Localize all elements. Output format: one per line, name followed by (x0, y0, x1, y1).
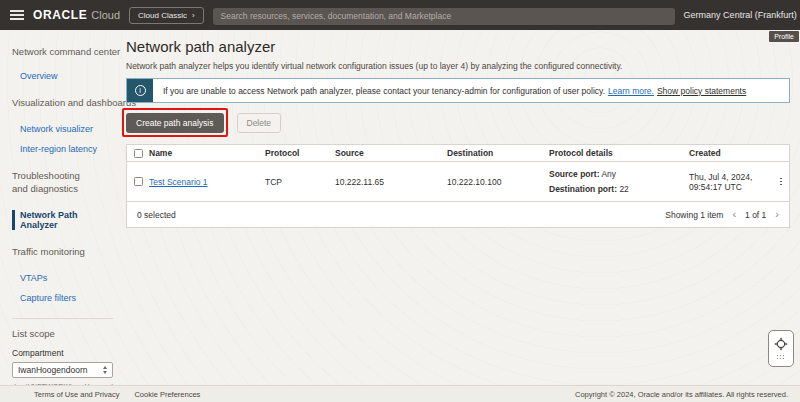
sidebar-item-inter-region-latency[interactable]: Inter-region latency (20, 144, 113, 154)
row-actions-menu-icon[interactable] (778, 176, 784, 188)
drag-handle-dots-icon[interactable] (777, 355, 786, 361)
info-banner-strip: i (127, 79, 153, 102)
page-footer: Terms of Use and Privacy Cookie Preferen… (0, 385, 800, 402)
search-input[interactable] (213, 8, 675, 25)
table-row: Test Scenario 1 TCP 10.222.11.65 10.222.… (127, 162, 789, 202)
main-content: Network path analyzer Network path analy… (126, 38, 790, 228)
path-analysis-table: Name Protocol Source Destination Protoco… (126, 144, 790, 228)
brand-cloud: Cloud (91, 9, 120, 21)
sidebar-item-capture-filters[interactable]: Capture filters (20, 293, 113, 303)
row-source: 10.222.11.65 (335, 177, 447, 187)
region-label: Germany Central (Frankfurt) (684, 10, 797, 20)
hamburger-menu-icon[interactable] (10, 10, 24, 20)
move-crosshair-icon (774, 337, 788, 351)
cloud-classic-button[interactable]: Cloud Classic › (129, 7, 204, 24)
row-protocol: TCP (265, 177, 335, 187)
select-all-checkbox[interactable] (134, 149, 143, 158)
row-created: Thu, Jul 4, 2024, 09:54:17 UTC (689, 172, 773, 192)
page-title: Network path analyzer (126, 38, 790, 55)
sidebar-heading-network-command-center: Network command center (12, 46, 113, 57)
compartment-value: IwanHoogendoorn (18, 365, 87, 375)
row-checkbox[interactable] (134, 177, 143, 186)
page-indicator: 1 of 1 (745, 210, 766, 220)
column-header-source: Source (335, 148, 447, 158)
table-header-row: Name Protocol Source Destination Protoco… (127, 145, 789, 162)
compartment-select[interactable]: IwanHoogendoorn (12, 362, 113, 378)
delete-button[interactable]: Delete (237, 113, 282, 133)
action-buttons-row: Create path analysis Delete (126, 112, 790, 133)
sidebar: Network command center Overview Visualiz… (0, 30, 121, 402)
show-policy-statements-link[interactable]: Show policy statements (657, 86, 746, 96)
list-scope-heading: List scope (12, 328, 113, 339)
column-header-name: Name (149, 148, 265, 158)
sidebar-item-overview[interactable]: Overview (20, 71, 113, 81)
cookie-preferences-link[interactable]: Cookie Preferences (134, 390, 200, 399)
global-search (213, 5, 675, 25)
selected-count-text: 0 selected (137, 210, 176, 220)
column-header-destination: Destination (447, 148, 549, 158)
sidebar-item-network-path-analyzer[interactable]: Network Path Analyzer (12, 210, 113, 230)
destination-port-value: 22 (619, 184, 628, 194)
top-bar-right: Germany Central (Frankfurt) ? (684, 8, 800, 22)
table-footer: 0 selected Showing 1 item ‹ 1 of 1 › (127, 202, 789, 227)
sidebar-heading-traffic-monitoring: Traffic monitoring (12, 246, 113, 257)
page-previous-icon[interactable]: ‹ (732, 209, 736, 220)
region-selector[interactable]: Germany Central (Frankfurt) (684, 10, 800, 20)
row-name-link[interactable]: Test Scenario 1 (149, 177, 208, 187)
chevron-right-icon: › (192, 11, 195, 20)
column-header-protocol: Protocol (265, 148, 335, 158)
learn-more-link[interactable]: Learn more. (608, 86, 654, 96)
page-description: Network path analyzer helps you identify… (126, 61, 790, 71)
sidebar-heading-troubleshooting: Troubleshooting and diagnostics (12, 170, 98, 196)
column-header-protocol-details: Protocol details (549, 148, 689, 158)
select-updown-icon (103, 366, 107, 374)
row-destination: 10.222.10.100 (447, 177, 549, 187)
page-next-icon[interactable]: › (775, 209, 779, 220)
oracle-cloud-logo[interactable]: ORACLE Cloud (33, 8, 120, 22)
sidebar-heading-visualization: Visualization and dashboards (12, 97, 113, 108)
info-banner: i If you are unable to access Network pa… (126, 78, 790, 103)
source-port-value: Any (601, 169, 616, 179)
sidebar-item-network-visualizer[interactable]: Network visualizer (20, 124, 113, 134)
compartment-label: Compartment (12, 348, 113, 358)
accessibility-move-widget[interactable] (768, 330, 794, 367)
sidebar-item-vtaps[interactable]: VTAPs (20, 273, 113, 283)
showing-items-text: Showing 1 item (665, 210, 723, 220)
row-protocol-details: Source port: Any Destination port: 22 (549, 169, 689, 194)
top-bar: ORACLE Cloud Cloud Classic › Germany Cen… (0, 0, 800, 30)
create-path-analysis-button[interactable]: Create path analysis (126, 113, 224, 133)
source-port-label: Source port: (549, 169, 600, 179)
copyright-text: Copyright © 2024, Oracle and/or its affi… (575, 390, 788, 399)
column-header-created: Created (689, 148, 773, 158)
info-icon: i (135, 85, 146, 96)
profile-tooltip: Profile (769, 31, 799, 42)
brand-oracle: ORACLE (33, 8, 87, 22)
cloud-classic-label: Cloud Classic (138, 11, 187, 20)
terms-of-use-link[interactable]: Terms of Use and Privacy (34, 390, 119, 399)
destination-port-label: Destination port: (549, 184, 617, 194)
info-banner-text: If you are unable to access Network path… (163, 86, 605, 96)
